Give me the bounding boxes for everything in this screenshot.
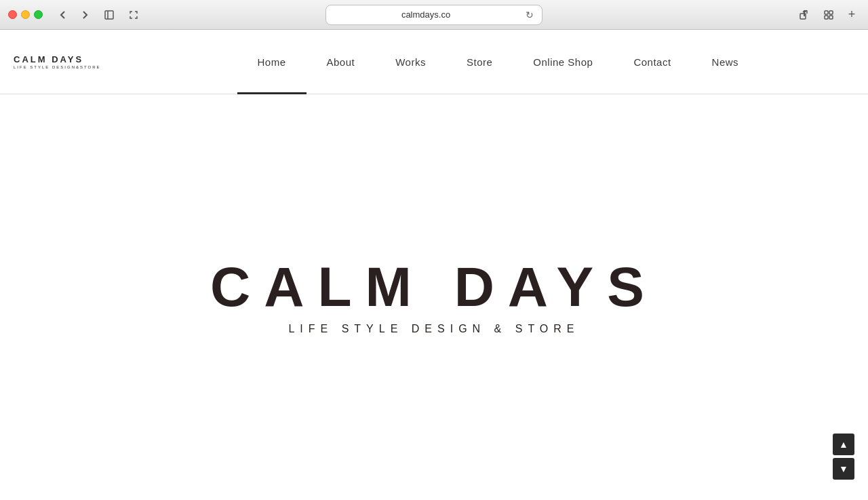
browser-chrome: calmdays.co ↻ + [0,0,868,30]
maximize-button[interactable] [34,10,43,19]
sidebar-toggle-button[interactable] [100,5,119,24]
browser-actions: + [795,5,860,24]
hero-title: CALM DAYS [210,259,658,315]
hero-logo: CALM DAYS LIFE STYLE DESIGN & STORE [210,259,658,335]
nav-item-works[interactable]: Works [375,30,446,94]
scroll-up-button[interactable]: ▲ [833,434,854,455]
site-logo: CALM DAYS LIFE STYLE DESIGN&STORE [14,54,101,69]
nav-item-online-shop[interactable]: Online Shop [513,30,613,94]
site-nav: Home About Works Store Online Shop Conta… [142,30,854,94]
browser-nav-buttons [54,5,94,24]
svg-rect-0 [105,11,113,19]
logo-main-text: CALM DAYS [14,54,83,64]
fullscreen-button[interactable] [124,5,143,24]
minimize-button[interactable] [21,10,30,19]
svg-rect-2 [800,14,806,19]
svg-rect-6 [825,16,828,19]
site-header: CALM DAYS LIFE STYLE DESIGN&STORE Home A… [0,30,868,94]
nav-item-news[interactable]: News [692,30,760,94]
url-text: calmdays.co [333,9,519,20]
logo-sub-text: LIFE STYLE DESIGN&STORE [14,65,101,69]
new-tab-button[interactable]: + [844,7,860,23]
nav-item-home[interactable]: Home [237,30,307,94]
scroll-buttons: ▲ ▼ [833,434,854,480]
tab-overview-button[interactable] [819,5,838,24]
svg-rect-5 [829,11,833,14]
address-bar[interactable]: calmdays.co ↻ [326,5,542,25]
nav-item-store[interactable]: Store [446,30,513,94]
close-button[interactable] [8,10,17,19]
traffic-lights [8,10,43,19]
forward-button[interactable] [75,5,94,24]
share-button[interactable] [795,5,814,24]
website-content: CALM DAYS LIFE STYLE DESIGN&STORE Home A… [0,30,868,500]
site-main: CALM DAYS LIFE STYLE DESIGN & STORE [0,94,868,500]
reload-button[interactable]: ↻ [524,8,535,22]
scroll-down-button[interactable]: ▼ [833,458,854,480]
back-button[interactable] [54,5,73,24]
hero-subtitle: LIFE STYLE DESIGN & STORE [210,323,658,335]
address-bar-container: calmdays.co ↻ [326,5,542,25]
svg-rect-7 [829,16,833,19]
nav-item-contact[interactable]: Contact [613,30,691,94]
svg-rect-4 [825,11,828,14]
nav-item-about[interactable]: About [307,30,376,94]
